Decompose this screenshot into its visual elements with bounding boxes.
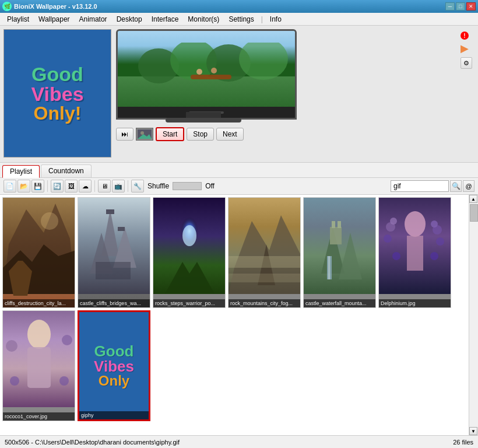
menu-animator[interactable]: Animator <box>75 14 112 24</box>
play-indicator[interactable]: ▶ <box>461 43 472 54</box>
list-item[interactable]: rocks_steps_warrior_po... <box>153 197 226 308</box>
svg-point-39 <box>405 211 426 237</box>
preview-line2: Vibes <box>31 84 83 104</box>
display-button[interactable]: 📺 <box>112 180 125 192</box>
tabs-bar: Playlist Countdown <box>0 163 478 178</box>
image-label: castle_cliffs_bridges_wa... <box>78 299 150 307</box>
thumb-svg <box>78 198 150 294</box>
shuffle-value: Off <box>205 182 215 190</box>
image-thumbnail <box>153 198 225 294</box>
monitor-screen: 1366x768 <box>118 31 295 107</box>
image-thumbnail <box>304 198 375 294</box>
preview-line3: Only! <box>31 104 83 123</box>
monitor-button[interactable]: 🖥 <box>98 180 111 192</box>
svg-point-46 <box>431 220 438 228</box>
list-item[interactable]: rococo1_cover.jpg <box>2 310 75 421</box>
cloud-button[interactable]: ☁ <box>79 180 92 192</box>
file-count: 26 files <box>453 439 473 446</box>
svg-rect-35 <box>338 221 341 228</box>
side-buttons: ! ▶ ⚙ <box>458 29 475 71</box>
list-item[interactable]: Delphinium.jpg <box>378 197 451 308</box>
monitor-base <box>166 118 241 123</box>
start-button[interactable]: Start <box>156 127 184 141</box>
image-thumbnail <box>229 198 300 294</box>
list-item[interactable]: Good Vibes Only giphy <box>78 310 150 421</box>
svg-rect-40 <box>407 236 423 271</box>
thumb-svg <box>3 198 75 294</box>
search-button[interactable]: 🔍 <box>450 180 462 192</box>
thumb-icon <box>138 130 152 139</box>
close-button[interactable]: ✕ <box>466 2 476 10</box>
image-label: giphy <box>79 411 149 419</box>
menu-wallpaper[interactable]: Wallpaper <box>34 14 75 24</box>
tab-playlist[interactable]: Playlist <box>2 165 40 178</box>
scroll-up-button[interactable]: ▲ <box>469 195 477 203</box>
toolbar-separator-1 <box>47 180 48 192</box>
tools-button[interactable]: 🔧 <box>131 180 144 192</box>
svg-rect-18 <box>106 209 114 214</box>
image-thumbnail: Good Vibes Only <box>79 312 149 419</box>
image-button[interactable]: 🖼 <box>65 180 78 192</box>
thumb-svg <box>3 311 75 407</box>
menu-desktop[interactable]: Desktop <box>112 14 147 24</box>
menu-monitors[interactable]: Monitor(s) <box>183 14 224 24</box>
monitor-preview-container: 1366x768 <box>116 29 475 123</box>
svg-rect-20 <box>96 262 131 279</box>
app-icon: 🌿 <box>2 2 12 11</box>
thumb-svg <box>304 198 375 294</box>
list-item[interactable]: cliffs_destruction_city_la... <box>2 197 75 308</box>
next-button[interactable]: Next <box>216 128 244 141</box>
shuffle-label: Shuffle <box>147 182 169 190</box>
menu-interface[interactable]: Interface <box>147 14 184 24</box>
maximize-button[interactable]: □ <box>456 2 465 10</box>
shuffle-slider[interactable] <box>173 182 202 190</box>
thumb-svg <box>229 198 300 294</box>
monitor-area: 1366x768 <box>116 29 475 141</box>
svg-rect-34 <box>332 221 335 228</box>
tab-countdown[interactable]: Countdown <box>41 164 92 177</box>
top-panel: Good Vibes Only! 1366x768 <box>0 26 478 163</box>
svg-point-55 <box>59 376 69 386</box>
scroll-track[interactable] <box>469 203 478 427</box>
svg-rect-51 <box>27 347 51 388</box>
refresh-button[interactable]: 🔄 <box>51 180 64 192</box>
list-item[interactable]: castle_cliffs_bridges_wa... <box>78 197 150 308</box>
thumb-svg <box>153 198 225 294</box>
menu-bar: Playlist Wallpaper Animator Desktop Inte… <box>0 13 478 26</box>
giphy-preview: Good Vibes Only <box>94 344 134 388</box>
status-info: 500x506 - C:\Users\Dell\Desktop\dharani … <box>5 439 180 446</box>
stop-button[interactable]: Stop <box>187 128 214 141</box>
menu-playlist[interactable]: Playlist <box>2 14 34 24</box>
image-label: cliffs_destruction_city_la... <box>3 299 75 307</box>
search-input[interactable] <box>391 180 449 192</box>
skip-button[interactable]: ⏭ <box>116 128 133 141</box>
email-button[interactable]: @ <box>463 180 475 192</box>
new-button[interactable]: 📄 <box>3 180 16 192</box>
list-item[interactable]: rock_mountains_city_fog... <box>228 197 301 308</box>
red-indicator[interactable]: ! <box>461 32 469 40</box>
menu-settings[interactable]: Settings <box>224 14 258 24</box>
svg-point-48 <box>430 252 438 260</box>
menu-info[interactable]: Info <box>265 14 286 24</box>
toolbar-separator-2 <box>94 180 95 192</box>
wallpaper-thumb[interactable] <box>136 128 153 141</box>
svg-point-6 <box>211 68 217 74</box>
svg-point-45 <box>436 237 444 246</box>
scroll-down-button[interactable]: ▼ <box>469 427 477 435</box>
open-button[interactable]: 📂 <box>17 180 30 192</box>
scroll-thumb[interactable] <box>470 204 478 222</box>
minimize-button[interactable]: ─ <box>445 2 455 10</box>
svg-rect-33 <box>330 227 342 244</box>
list-item[interactable]: castle_waterfall_mounta... <box>303 197 376 308</box>
svg-rect-29 <box>229 274 300 282</box>
save-button[interactable]: 💾 <box>31 180 44 192</box>
svg-point-50 <box>27 320 51 349</box>
grid-row-2: rococo1_cover.jpg Good Vibes Only giphy <box>2 310 466 421</box>
settings-gear-button[interactable]: ⚙ <box>461 57 472 69</box>
indicator-symbol: ! <box>463 33 465 39</box>
svg-point-54 <box>10 376 19 386</box>
search-area: 🔍 @ <box>391 180 475 192</box>
svg-point-53 <box>62 335 72 345</box>
svg-point-47 <box>392 252 400 260</box>
preview-content: Good Vibes Only! <box>25 58 89 128</box>
